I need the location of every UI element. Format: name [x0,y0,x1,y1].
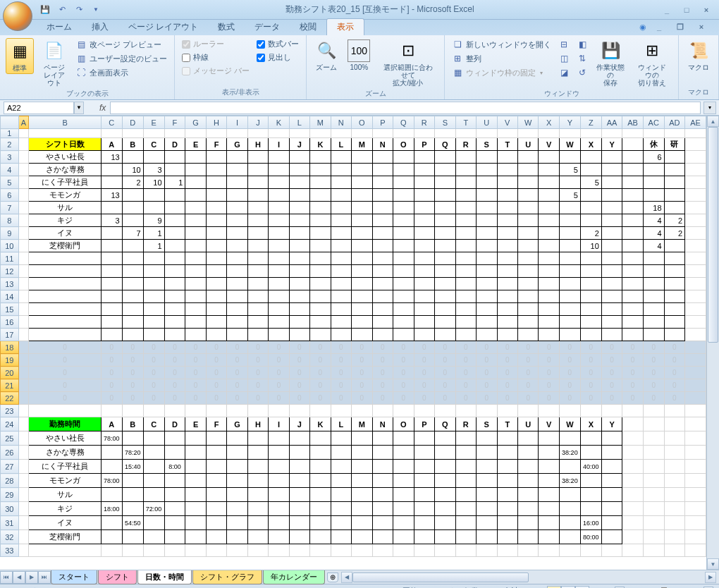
cell[interactable] [143,488,164,502]
cell[interactable] [143,316,164,329]
cell[interactable] [164,530,185,544]
cell[interactable] [206,129,226,138]
cell[interactable]: 研 [664,138,685,151]
cell[interactable]: 0 [664,367,685,379]
cell[interactable] [455,240,476,252]
cell[interactable] [477,460,497,474]
cell[interactable] [185,460,206,474]
cell[interactable]: G [227,138,248,151]
cell[interactable] [685,202,706,214]
cell[interactable] [685,392,706,405]
cell[interactable] [477,446,497,460]
cell[interactable] [393,446,414,460]
cell[interactable] [185,474,206,488]
row-header[interactable]: 18 [1,341,19,354]
cell[interactable] [622,303,644,316]
cell[interactable] [455,227,476,240]
doc-restore-button[interactable]: ❐ [672,20,689,33]
cell[interactable]: 0 [247,354,268,367]
cell[interactable] [269,252,289,265]
save-workspace-button[interactable]: 💾作業状態の 保存 [594,38,628,88]
cell[interactable] [622,290,644,303]
cell[interactable] [601,316,622,329]
cell[interactable] [206,405,226,417]
cell[interactable] [352,240,373,252]
cell[interactable]: B [122,138,143,151]
cell[interactable] [206,164,226,176]
cell[interactable]: サル [29,488,101,502]
cell[interactable] [455,176,476,189]
cell[interactable]: 78:00 [101,474,122,488]
cell[interactable] [685,252,706,265]
cell[interactable]: W [559,138,580,151]
cell[interactable]: 0 [310,354,331,367]
cell[interactable]: 0 [185,367,206,379]
cell[interactable] [393,474,414,488]
cell[interactable] [185,329,206,341]
cell[interactable] [601,474,622,488]
cell[interactable]: K [310,138,331,151]
cell[interactable]: 0 [372,354,393,367]
cell[interactable] [310,544,331,557]
cell[interactable] [685,488,706,502]
cell[interactable]: 0 [352,392,373,405]
cell[interactable]: 0 [143,341,164,354]
cell[interactable]: 10 [580,240,601,252]
cell[interactable]: 0 [580,392,601,405]
cell[interactable] [18,474,29,488]
cell[interactable] [539,316,559,329]
cell[interactable] [539,202,559,214]
cell[interactable] [685,227,706,240]
cell[interactable]: 0 [206,341,226,354]
cell[interactable] [185,252,206,265]
cell[interactable] [289,164,309,176]
cell[interactable] [539,446,559,460]
cell[interactable] [247,431,268,446]
cell[interactable]: 0 [455,341,476,354]
name-box[interactable] [4,102,74,114]
cell[interactable] [29,290,101,303]
cell[interactable]: 0 [227,341,248,354]
cell[interactable] [539,176,559,189]
cell[interactable] [269,129,289,138]
cell[interactable] [122,202,143,214]
cell[interactable] [685,129,706,138]
cell[interactable] [331,290,351,303]
cell[interactable] [247,502,268,516]
cell[interactable] [310,278,331,290]
cell[interactable]: 0 [122,367,143,379]
cell[interactable] [185,227,206,240]
sheet-nav-first[interactable]: ⏮ [0,571,13,584]
cell[interactable] [101,176,122,189]
cell[interactable] [517,214,538,227]
cell[interactable] [517,488,538,502]
cell[interactable] [477,516,497,530]
cell[interactable] [559,329,580,341]
cell[interactable] [18,316,29,329]
cell[interactable] [497,164,517,176]
fx-button[interactable]: fx [95,103,110,113]
cell[interactable] [539,214,559,227]
cell[interactable]: 40:00 [580,460,601,474]
scroll-down-button[interactable]: ▼ [707,558,719,570]
cell[interactable] [247,202,268,214]
cell[interactable] [143,405,164,417]
cell[interactable] [247,329,268,341]
cell[interactable] [143,290,164,303]
cell[interactable] [664,303,685,316]
cell[interactable] [269,530,289,544]
cell[interactable] [247,176,268,189]
cell[interactable] [352,290,373,303]
cell[interactable] [352,214,373,227]
cell[interactable] [517,431,538,446]
cell[interactable]: A [101,138,122,151]
cell[interactable] [29,265,101,278]
hscroll-thumb[interactable] [352,572,529,582]
cell[interactable] [643,189,664,202]
cell[interactable] [122,252,143,265]
cell[interactable] [477,488,497,502]
cell[interactable] [143,446,164,460]
cell[interactable] [310,164,331,176]
cell[interactable] [122,303,143,316]
cell[interactable] [372,189,393,202]
